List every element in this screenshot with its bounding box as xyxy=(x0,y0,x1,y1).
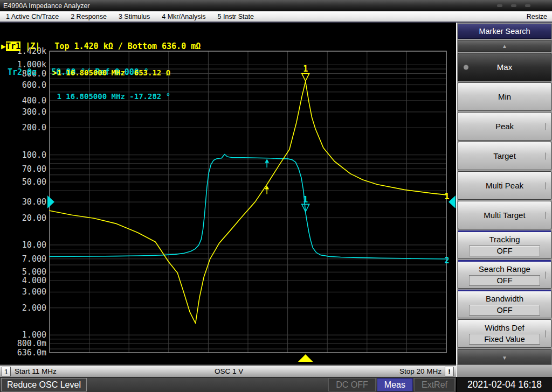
y-axis-tick-label: 300.0 xyxy=(22,107,46,117)
tr2-reference-arrow-right-icon xyxy=(448,195,456,208)
softkey-value: OFF xyxy=(469,305,540,316)
y-axis-tick-label: 4.000 xyxy=(22,276,46,285)
stimulus-marker-icon xyxy=(298,354,313,362)
menu-item-1-active-ch-trace[interactable]: 1 Active Ch/Trace xyxy=(0,13,65,20)
softkey-label: Peak xyxy=(495,122,514,131)
softkey-tracking[interactable]: TrackingOFF xyxy=(458,230,551,259)
softkey-multi-peak[interactable]: Multi Peak xyxy=(458,171,551,200)
channel-number-badge: 1 xyxy=(2,367,11,376)
y-axis-tick-label: 30.00 xyxy=(22,197,46,207)
softkey-max[interactable]: Max xyxy=(458,53,551,81)
menu-item-2-response[interactable]: 2 Response xyxy=(65,13,113,20)
osc-level-label: OSC 1 V xyxy=(215,367,243,375)
tr2-reference-arrow-left-icon xyxy=(47,195,54,208)
active-trace-indicator-icon: ▶ xyxy=(1,41,6,51)
marker-number-label: 1 xyxy=(303,195,308,205)
menubar: 1 Active Ch/Trace2 Response3 Stimulus4 M… xyxy=(0,11,552,23)
softkey-min[interactable]: Min xyxy=(458,82,551,111)
y-axis-tick-label: 100.0 xyxy=(22,150,46,160)
softkey-multi-target[interactable]: Multi Target xyxy=(458,201,551,229)
y-axis-tick-label: 20.00 xyxy=(22,213,46,223)
app-window: E4990A Impedance Analyzer 1 Active Ch/Tr… xyxy=(0,0,552,392)
window-controls xyxy=(497,4,530,7)
softkey-value: Fixed Value xyxy=(469,334,540,345)
minimize-icon[interactable] xyxy=(497,4,502,7)
softkey-label: Min xyxy=(498,92,511,101)
trace-number-edge-label: 1 xyxy=(444,192,449,201)
softkey-widths-def[interactable]: Widths DefFixed Value xyxy=(458,319,551,348)
menu-item-5-instr-state[interactable]: 5 Instr State xyxy=(212,13,260,20)
softkey-peak[interactable]: Peak xyxy=(458,112,551,141)
titlebar: E4990A Impedance Analyzer xyxy=(0,0,552,11)
marker1-tr2-readout: 1 16.805000 MHz -17.282 ° xyxy=(52,93,170,101)
maximize-icon[interactable] xyxy=(511,4,516,7)
up-arrow-head-icon xyxy=(265,159,269,163)
trace1-header[interactable]: ▶Tr1 |Z| Top 1.420 kΩ / Bottom 636.0 mΩ xyxy=(1,42,201,51)
marker-number-label: 1 xyxy=(303,64,308,74)
trace1-scale-text: |Z| Top 1.420 kΩ / Bottom 636.0 mΩ xyxy=(20,41,201,51)
stimulus-bar-side-filler xyxy=(456,365,552,377)
y-axis-tick-label: 200.0 xyxy=(22,123,46,132)
trace1-tag: Tr1 xyxy=(6,41,20,51)
stop-frequency-label: Stop 20 MHz xyxy=(399,367,441,375)
warning-badge[interactable]: ! xyxy=(445,367,454,376)
submenu-arrow-icon xyxy=(546,123,550,130)
close-icon[interactable] xyxy=(525,4,530,7)
softkey-scroll-up-button[interactable]: ▲ xyxy=(458,40,551,52)
softkey-target[interactable]: Target xyxy=(458,142,551,170)
marker-readout: >1 16.805000 MHz 653.12 Ω 1 16.805000 MH… xyxy=(52,53,170,116)
softkey-value: OFF xyxy=(469,275,540,286)
y-axis-tick-label: 10.00 xyxy=(22,240,46,250)
softkey-scroll-down-button[interactable]: ▼ xyxy=(458,349,551,366)
softkey-sidebar: Marker Search ▲ MaxMinPeakTargetMulti Pe… xyxy=(456,23,552,365)
y-axis-tick-label: 800.0m xyxy=(17,339,46,348)
y-axis-tick-label: 50.00 xyxy=(22,177,46,187)
submenu-arrow-icon xyxy=(546,271,550,279)
softkey-label: Search Range xyxy=(479,264,530,274)
softkey-label: Max xyxy=(497,62,512,72)
menu-item-resize[interactable]: Resize xyxy=(527,13,552,20)
marker1-tr1-readout: >1 16.805000 MHz 653.12 Ω xyxy=(52,69,170,77)
instrument-screen: 1.420k1.000k800.0600.0400.0300.0200.0100… xyxy=(0,23,456,365)
y-axis-tick-label: 400.0 xyxy=(22,96,46,106)
softkey-menu-title: Marker Search xyxy=(458,24,551,39)
dc-bias-status: DC OFF xyxy=(328,378,376,391)
trace-number-edge-label: 2 xyxy=(444,256,449,265)
submenu-arrow-icon xyxy=(546,182,550,190)
datetime-display: 2021-02-04 16:18 xyxy=(456,377,552,392)
submenu-arrow-icon xyxy=(546,212,550,219)
selected-bullet-icon xyxy=(464,65,468,69)
y-axis-tick-label: 3.000 xyxy=(22,287,46,297)
y-axis-tick-label: 636.0m xyxy=(17,348,46,358)
softkey-label: Tracking xyxy=(489,235,520,244)
statusbar: Reduce OSC Level DC OFF Meas ExtRef 2021… xyxy=(0,377,552,392)
y-axis-tick-label: 7.000 xyxy=(22,254,46,264)
softkey-search-range[interactable]: Search RangeOFF xyxy=(458,260,551,289)
softkey-label: Widths Def xyxy=(485,323,524,332)
extref-status: ExtRef xyxy=(414,378,455,391)
window-title: E4990A Impedance Analyzer xyxy=(3,2,90,10)
y-axis-tick-label: 2.000 xyxy=(22,303,46,313)
softkey-label: Multi Peak xyxy=(486,181,523,190)
triangle-up-icon: ▲ xyxy=(502,43,507,49)
triangle-down-icon: ▼ xyxy=(502,355,507,361)
submenu-arrow-icon xyxy=(546,152,550,160)
measurement-status: Meas xyxy=(377,378,413,391)
softkey-label: Bandwidth xyxy=(486,294,523,303)
submenu-arrow-icon xyxy=(546,330,550,338)
softkey-value: OFF xyxy=(469,246,540,256)
y-axis-tick-label: 70.00 xyxy=(22,164,46,174)
menu-item-3-stimulus[interactable]: 3 Stimulus xyxy=(113,13,156,20)
softkey-bandwidth[interactable]: BandwidthOFF xyxy=(458,290,551,318)
marker-triangle-icon xyxy=(302,73,309,81)
softkey-label: Target xyxy=(493,151,516,160)
status-message: Reduce OSC Level xyxy=(1,378,87,391)
stimulus-bar: 1 Start 11 MHz OSC 1 V Stop 20 MHz ! xyxy=(0,365,552,377)
stimulus-bar-main: 1 Start 11 MHz OSC 1 V Stop 20 MHz ! xyxy=(0,365,456,377)
softkey-label: Multi Target xyxy=(484,211,525,220)
start-frequency-label: Start 11 MHz xyxy=(15,367,57,375)
menu-item-4-mkr-analysis[interactable]: 4 Mkr/Analysis xyxy=(156,13,211,20)
